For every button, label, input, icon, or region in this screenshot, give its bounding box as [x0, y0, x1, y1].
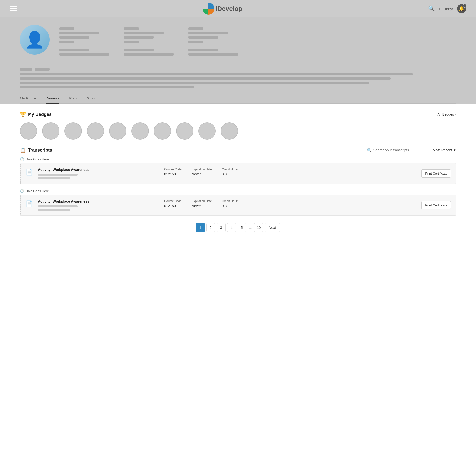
skeleton: [188, 49, 218, 51]
pagination: 1 2 3 4 5 ... 10 Next: [20, 223, 456, 237]
skeleton: [60, 32, 99, 34]
tab-assess[interactable]: Assess: [46, 96, 60, 104]
course-code-label-2: Course Code: [164, 199, 182, 203]
skeleton: [38, 174, 78, 176]
badge-item[interactable]: [64, 122, 82, 140]
badge-item[interactable]: [42, 122, 60, 140]
transcript-card-2: 📄 Activity: Workplace Awareness Course C…: [20, 195, 456, 216]
page-button-1[interactable]: 1: [196, 223, 205, 232]
skeleton: [124, 36, 154, 39]
transcripts-left: 📋 Transcripts: [20, 147, 52, 153]
chevron-down-icon: ▼: [453, 148, 456, 152]
badge-item[interactable]: [198, 122, 216, 140]
search-icon[interactable]: 🔍: [428, 5, 435, 12]
menu-button[interactable]: [10, 6, 17, 11]
skeleton: [60, 49, 89, 51]
skeleton: [38, 209, 70, 211]
badge-item[interactable]: [221, 122, 238, 140]
print-certificate-button-1[interactable]: Print Certificate: [421, 169, 451, 178]
expiration-col-1: Expiration Date Never: [192, 168, 212, 176]
transcript-doc-icon-2: 📄: [26, 200, 33, 207]
badge-item[interactable]: [154, 122, 171, 140]
transcript-doc-icon: 📄: [26, 169, 33, 176]
activity-label-2: Activity: Workplace Awareness: [38, 199, 164, 203]
transcripts-title-text: Transcripts: [28, 148, 52, 153]
profile-divider: [20, 63, 456, 63]
expiration-col-2: Expiration Date Never: [192, 199, 212, 208]
logo-text: iDevelop: [215, 5, 242, 13]
skeleton: [35, 68, 50, 71]
notification-button[interactable]: 🔔 0: [457, 4, 466, 13]
credit-hours-label-2: Credit Hours: [222, 199, 238, 203]
tab-my-profile[interactable]: My Profile: [20, 96, 36, 104]
logo: iDevelop: [203, 3, 242, 15]
skeleton: [124, 32, 164, 34]
chevron-right-icon: ›: [455, 112, 456, 116]
skeleton: [124, 41, 139, 43]
transcript-details-1: Activity: Workplace Awareness Course Cod…: [38, 168, 416, 179]
pagination-ellipsis: ...: [248, 226, 253, 230]
skeleton: [188, 41, 203, 43]
transcript-date-group-1: 🕐 Date Goes Here 📄 Activity: Workplace A…: [20, 157, 456, 184]
badge-item[interactable]: [109, 122, 126, 140]
skeleton: [188, 53, 238, 56]
transcript-meta-1: Course Code 012150 Expiration Date Never…: [164, 168, 416, 176]
badges-row: [20, 122, 456, 140]
badge-item[interactable]: [87, 122, 104, 140]
credit-hours-value-2: 0.3: [222, 204, 238, 208]
badges-title-text: My Badges: [28, 112, 52, 117]
avatar: 👤: [20, 25, 50, 55]
header: iDevelop 🔍 Hi, Tony! 🔔 0: [0, 0, 476, 17]
skeleton: [20, 73, 413, 75]
skeleton: [60, 27, 74, 30]
sort-label: Most Recent: [433, 148, 452, 152]
page-button-5[interactable]: 5: [238, 223, 246, 232]
sort-dropdown[interactable]: Most Recent ▼: [433, 148, 456, 152]
transcripts-search[interactable]: 🔍: [367, 148, 428, 153]
page-button-3[interactable]: 3: [217, 223, 226, 232]
activity-label-1: Activity: Workplace Awareness: [38, 168, 164, 172]
date-text-2: Date Goes Here: [26, 189, 49, 193]
skeleton: [20, 82, 369, 84]
badge-item[interactable]: [20, 122, 37, 140]
expiration-value-2: Never: [192, 204, 212, 208]
profile-tabs: My Profile Assess Plan Grow: [20, 91, 456, 104]
skeleton: [124, 53, 174, 56]
skeleton: [38, 205, 78, 207]
tab-plan[interactable]: Plan: [69, 96, 77, 104]
profile-col-2: [124, 27, 174, 56]
transcript-activity-1: Activity: Workplace Awareness: [38, 168, 164, 179]
profile-text-lines: [20, 73, 456, 88]
badge-item[interactable]: [131, 122, 149, 140]
page-button-2[interactable]: 2: [206, 223, 215, 232]
credit-hours-col-1: Credit Hours 0.3: [222, 168, 238, 176]
profile-text-tabs: [20, 68, 456, 71]
search-input[interactable]: [373, 148, 428, 152]
badges-title: 🏆 My Badges: [20, 111, 52, 117]
skeleton: [20, 86, 194, 88]
transcripts-section-header: 📋 Transcripts 🔍 Most Recent ▼: [20, 147, 456, 153]
page-button-4[interactable]: 4: [227, 223, 236, 232]
tab-grow[interactable]: Grow: [87, 96, 95, 104]
logo-circle: [203, 3, 214, 15]
profile-text-section: [20, 66, 456, 91]
course-code-col-2: Course Code 012150: [164, 199, 182, 208]
clock-icon: 🕐: [20, 157, 24, 161]
page-button-10[interactable]: 10: [254, 223, 263, 232]
notification-badge: 0: [463, 4, 467, 8]
search-icon: 🔍: [367, 148, 372, 153]
all-badges-link[interactable]: All Badges ›: [437, 112, 456, 116]
next-button[interactable]: Next: [265, 223, 280, 232]
date-text-1: Date Goes Here: [26, 157, 49, 161]
transcript-date-group-2: 🕐 Date Goes Here 📄 Activity: Workplace A…: [20, 189, 456, 216]
print-certificate-button-2[interactable]: Print Certificate: [421, 201, 451, 209]
skeleton: [20, 77, 391, 80]
skeleton: [20, 68, 32, 71]
course-code-label-1: Course Code: [164, 168, 182, 171]
header-right: 🔍 Hi, Tony! 🔔 0: [428, 4, 466, 13]
clock-icon-2: 🕐: [20, 189, 24, 193]
badge-item[interactable]: [176, 122, 193, 140]
transcript-activity-2: Activity: Workplace Awareness: [38, 199, 164, 211]
profile-top: 👤: [20, 25, 456, 61]
course-code-value-2: 012150: [164, 204, 182, 208]
